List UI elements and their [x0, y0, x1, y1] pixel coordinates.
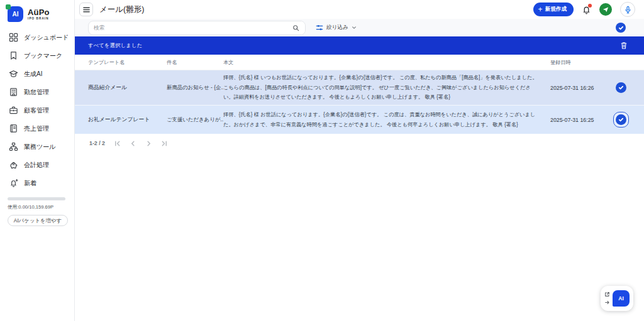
column-header-subject[interactable]: 件名	[167, 59, 223, 66]
sidebar-item-customers[interactable]: 顧客管理	[0, 101, 74, 119]
ledger-book-icon	[9, 124, 18, 133]
menu-button[interactable]	[79, 3, 93, 16]
microphone-icon	[624, 6, 632, 14]
last-page-icon	[161, 140, 168, 147]
check-circle-icon	[616, 23, 626, 33]
chevron-left-icon	[130, 140, 136, 147]
sidebar-item-label: 新着	[24, 179, 36, 188]
sidebar-item-label: 業務ツール	[24, 143, 55, 151]
briefcase-icon	[9, 106, 18, 115]
sidebar-item-new-arrivals[interactable]: 新着	[0, 174, 74, 192]
selection-message: すべてを選択しました	[88, 42, 142, 49]
cell-body: 拝啓、{氏名} 様 いつもお世話になっております。{企業名}の{送信者}です。 …	[223, 73, 543, 102]
collapse-arrow-button[interactable]	[604, 300, 610, 305]
create-new-button[interactable]: + 新規作成	[533, 3, 574, 16]
main-content: メール(雛形) + 新規作成	[75, 0, 644, 321]
aupo-ai-bubble-icon: AI	[8, 6, 23, 22]
sidebar-item-label: 生成AI	[24, 70, 42, 79]
external-link-icon	[604, 291, 610, 297]
arrow-right-icon	[604, 300, 610, 305]
ai-widget-actions	[604, 291, 610, 305]
first-page-button[interactable]	[114, 140, 121, 147]
cell-body: 拝啓、{氏名} 様 お世話になっております。{企業名}の{送信者}です。 この度…	[223, 110, 543, 129]
sidebar-item-label: 顧客管理	[24, 106, 49, 115]
column-header-date[interactable]: 登録日時	[543, 59, 609, 66]
sidebar-item-attendance[interactable]: 勤怠管理	[0, 83, 74, 101]
ai-bubble-label: AI	[618, 295, 624, 302]
ai-chat-button[interactable]: AI	[613, 290, 630, 307]
plus-icon: +	[538, 6, 543, 13]
notification-dot	[588, 4, 592, 8]
usage-section: 使用:0.00/10,159.69P AIパケットを増やす	[0, 192, 74, 226]
sidebar-item-accounting[interactable]: 会計処理	[0, 156, 74, 174]
pagination-range-label: 1-2 / 2	[89, 140, 105, 146]
usage-label: 使用:0.00/10,159.69P	[8, 204, 67, 210]
sidebar-item-sales[interactable]: 売上管理	[0, 119, 74, 138]
cell-date: 2025-07-31 16:25	[543, 117, 609, 123]
pagination: 1-2 / 2	[75, 134, 644, 153]
increase-ai-packets-button[interactable]: AIパケットを増やす	[8, 215, 68, 226]
row-checkbox-focused[interactable]	[609, 112, 633, 128]
create-new-label: 新規作成	[545, 6, 567, 13]
paper-plane-icon	[602, 6, 609, 13]
trash-icon	[620, 41, 628, 50]
sidebar-item-business-tools[interactable]: 業務ツール	[0, 138, 74, 156]
search-input[interactable]	[89, 21, 286, 35]
app-window: AI AüPo IPO BRAIN ダッシュボード ブックマーク	[0, 0, 644, 321]
ai-assistant-widget: AI	[601, 286, 633, 311]
office-building-icon	[9, 87, 18, 97]
chevron-down-icon	[352, 25, 357, 30]
dashboard-icon	[9, 33, 18, 42]
search-toolbar: 絞り込み	[75, 19, 644, 36]
sidebar-item-label: 売上管理	[24, 124, 49, 133]
sidebar-item-dashboard[interactable]: ダッシュボード	[0, 28, 74, 46]
next-page-button[interactable]	[145, 140, 152, 147]
sidebar-item-label: 勤怠管理	[24, 88, 49, 97]
sidebar-item-label: 会計処理	[24, 161, 49, 170]
bookmark-icon	[9, 51, 18, 60]
bell-plus-icon	[9, 178, 18, 188]
cell-date: 2025-07-31 16:26	[543, 85, 609, 91]
send-status-button[interactable]	[599, 3, 612, 16]
row-checkbox[interactable]	[609, 82, 633, 93]
org-chart-icon	[9, 142, 18, 151]
brand-subtitle: IPO BRAIN	[28, 17, 50, 20]
sidebar-item-generative-ai[interactable]: 生成AI	[0, 65, 74, 83]
search-box	[88, 21, 306, 35]
previous-page-button[interactable]	[130, 140, 136, 147]
cell-subject: 新商品のお知らせ - {企...	[167, 84, 223, 91]
cell-template-name: お礼メールテンプレート	[88, 116, 167, 124]
open-in-new-button[interactable]	[604, 291, 610, 297]
search-button[interactable]	[286, 21, 305, 35]
filter-label: 絞り込み	[326, 24, 348, 31]
search-icon	[292, 24, 299, 31]
sidebar-item-label: ブックマーク	[24, 52, 62, 60]
usage-progressbar	[8, 197, 65, 200]
app-bar: メール(雛形) + 新規作成	[75, 0, 644, 19]
piggy-bank-icon	[9, 160, 18, 170]
hamburger-icon	[82, 6, 91, 14]
sidebar-item-bookmark[interactable]: ブックマーク	[0, 46, 74, 65]
notifications-button[interactable]	[582, 5, 591, 14]
logo-bubble-text: AI	[13, 11, 19, 18]
delete-selected-button[interactable]	[620, 41, 628, 50]
app-logo[interactable]: AI AüPo IPO BRAIN	[0, 5, 74, 28]
cell-template-name: 商品紹介メール	[88, 84, 167, 92]
brand-name: AüPo	[28, 8, 50, 17]
select-all-checkbox[interactable]	[616, 23, 626, 33]
logo-green-badge	[6, 4, 11, 9]
last-page-button[interactable]	[161, 140, 168, 147]
table-row[interactable]: 商品紹介メール 新商品のお知らせ - {企... 拝啓、{氏名} 様 いつもお世…	[75, 70, 644, 106]
chevron-right-icon	[145, 140, 152, 147]
page-title: メール(雛形)	[99, 4, 144, 15]
microphone-button[interactable]	[620, 2, 635, 17]
filter-button[interactable]: 絞り込み	[316, 24, 357, 31]
appbar-actions: + 新規作成	[533, 2, 635, 17]
column-header-body[interactable]: 本文	[223, 59, 543, 66]
check-circle-icon	[616, 114, 626, 125]
table-row[interactable]: お礼メールテンプレート ご支援いただきありが... 拝啓、{氏名} 様 お世話に…	[75, 106, 644, 134]
sidebar: AI AüPo IPO BRAIN ダッシュボード ブックマーク	[0, 0, 75, 321]
cell-subject: ご支援いただきありが...	[167, 116, 223, 123]
column-header-template-name[interactable]: テンプレート名	[88, 59, 167, 66]
sidebar-item-label: ダッシュボード	[24, 33, 69, 42]
